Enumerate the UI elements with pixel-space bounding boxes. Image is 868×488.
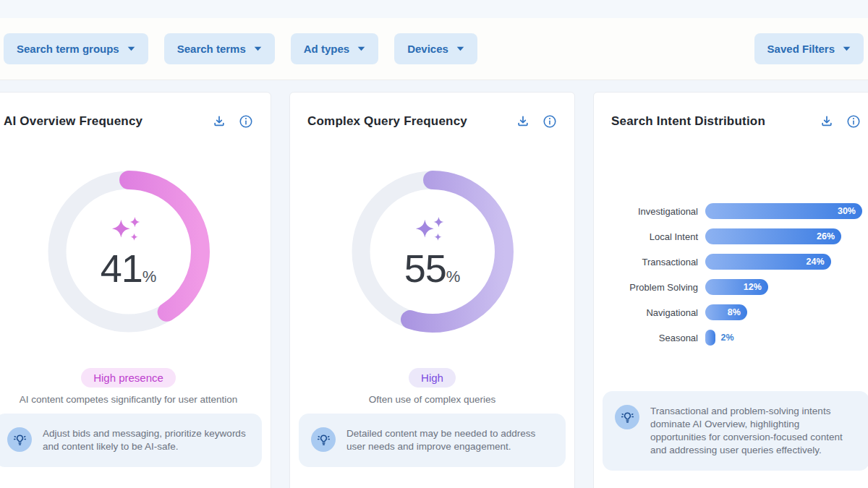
download-icon	[516, 114, 530, 129]
bar-value: 2%	[720, 333, 733, 343]
info-button[interactable]	[542, 114, 557, 129]
tip-text: Detailed content may be needed to addres…	[346, 427, 550, 453]
card-header: AI Overview Frequency	[0, 93, 271, 129]
card-title: Search Intent Distribution	[611, 114, 765, 129]
chevron-down-icon	[254, 46, 262, 51]
top-strip	[0, 0, 868, 18]
filter-label: Search terms	[177, 43, 246, 55]
filter-label: Search term groups	[17, 43, 119, 55]
filter-search-terms[interactable]: Search terms	[164, 33, 275, 64]
download-button[interactable]	[516, 114, 530, 129]
sparkles-icon	[414, 215, 447, 246]
bar-navigational: 8%	[705, 304, 747, 320]
saved-filters-label: Saved Filters	[767, 43, 835, 55]
chevron-down-icon	[456, 46, 464, 51]
tip-box: Adjust bids and messaging, prioritize ke…	[0, 414, 262, 467]
gauge-unit: %	[142, 267, 157, 286]
info-button[interactable]	[239, 114, 253, 129]
bar-row-transactional: Transactional 24%	[611, 254, 862, 270]
bar-row-navigational: Navigational 8%	[611, 304, 862, 320]
download-button[interactable]	[820, 114, 834, 129]
filter-search-term-groups[interactable]: Search term groups	[4, 33, 148, 64]
filter-devices[interactable]: Devices	[394, 33, 477, 64]
card-complex-query-frequency: Complex Query Frequency	[289, 92, 575, 488]
card-title: AI Overview Frequency	[4, 114, 142, 129]
gauge-value: 55%	[404, 249, 461, 288]
tip-text: Adjust bids and messaging, prioritize ke…	[43, 427, 246, 453]
sparkles-icon	[110, 215, 143, 246]
card-ai-overview-frequency: AI Overview Frequency	[0, 92, 271, 488]
card-actions	[516, 114, 557, 129]
gauge-unit: %	[446, 267, 461, 286]
tip-box: Detailed content may be needed to addres…	[299, 414, 566, 467]
donut-center: 41%	[46, 168, 212, 335]
card-actions	[820, 114, 861, 129]
donut-chart-complex-query: 55%	[349, 168, 516, 335]
donut-chart-ai-overview: 41%	[46, 168, 212, 335]
bar-seasonal	[705, 330, 715, 346]
chevron-down-icon	[357, 46, 365, 51]
info-icon	[542, 114, 557, 129]
chevron-down-icon	[127, 46, 135, 51]
cards-row: AI Overview Frequency	[0, 92, 868, 488]
gauge-value: 41%	[101, 249, 157, 288]
bar-local-intent: 26%	[705, 228, 841, 244]
bar-label: Local Intent	[611, 231, 698, 242]
bar-investigational: 30%	[705, 203, 862, 219]
download-icon	[212, 114, 226, 129]
download-button[interactable]	[212, 114, 226, 129]
card-actions	[212, 114, 253, 129]
bar-value: 8%	[728, 307, 747, 317]
bar-value: 12%	[744, 282, 768, 292]
lightbulb-icon	[7, 427, 32, 452]
bar-label: Investigational	[611, 206, 698, 217]
bar-label: Problem Solving	[611, 282, 698, 293]
card-description: Often use of complex queries	[290, 394, 574, 405]
card-search-intent-distribution: Search Intent Distribution Investigation…	[593, 92, 868, 488]
lightbulb-icon	[311, 427, 336, 452]
status-badge: High presence	[81, 368, 176, 388]
bar-value: 26%	[817, 231, 841, 241]
lightbulb-icon	[615, 405, 639, 429]
filter-ad-types[interactable]: Ad types	[291, 33, 378, 64]
card-title: Complex Query Frequency	[307, 114, 467, 129]
bar-row-local-intent: Local Intent 26%	[611, 228, 862, 244]
chevron-down-icon	[843, 46, 851, 51]
filter-bar: Search term groups Search terms Ad types…	[0, 18, 868, 80]
bar-transactional: 24%	[705, 254, 831, 270]
tip-text: Transactional and problem-solving intent…	[650, 405, 854, 457]
tip-box: Transactional and problem-solving intent…	[603, 391, 868, 471]
filter-group: Search term groups Search terms Ad types…	[4, 33, 477, 64]
saved-filters-button[interactable]: Saved Filters	[754, 33, 864, 64]
bar-problem-solving: 12%	[705, 279, 768, 295]
intent-bar-chart: Investigational 30% Local Intent 26% Tra…	[594, 203, 868, 346]
filter-label: Ad types	[304, 43, 349, 55]
bar-value: 24%	[807, 257, 831, 267]
dashboard-main: AI Overview Frequency	[0, 80, 868, 488]
download-icon	[820, 114, 834, 129]
bar-row-problem-solving: Problem Solving 12%	[611, 279, 862, 295]
bar-label: Navigational	[611, 307, 698, 318]
info-button[interactable]	[846, 114, 861, 129]
card-description: AI content competes significantly for us…	[0, 394, 271, 405]
card-header: Complex Query Frequency	[290, 93, 574, 129]
info-icon	[239, 114, 253, 129]
info-icon	[846, 114, 861, 129]
bar-label: Seasonal	[611, 333, 698, 343]
status-badge: High	[409, 368, 456, 388]
donut-center: 55%	[349, 168, 516, 335]
bar-row-investigational: Investigational 30%	[611, 203, 862, 219]
filter-label: Devices	[407, 43, 448, 55]
card-header: Search Intent Distribution	[594, 93, 868, 129]
bar-row-seasonal: Seasonal 2%	[611, 330, 862, 346]
bar-label: Transactional	[611, 257, 698, 267]
bar-value: 30%	[838, 206, 862, 216]
